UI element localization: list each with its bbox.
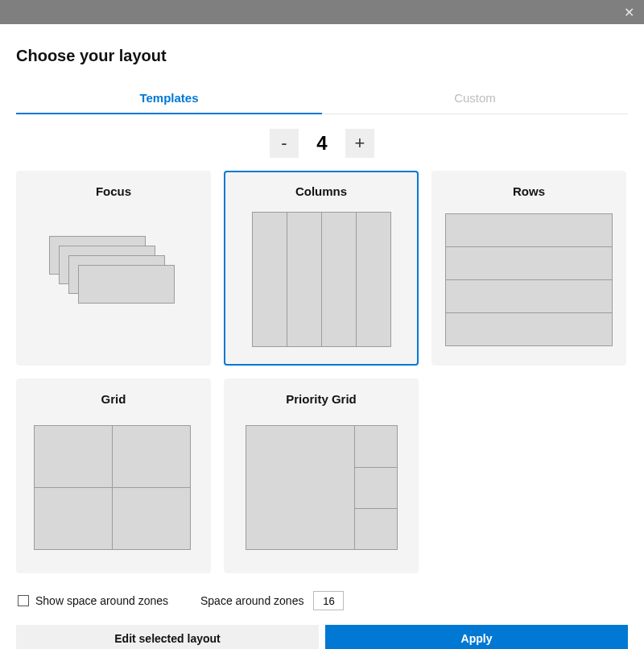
zone-count-value: 4: [310, 132, 334, 155]
row-cell-icon: [445, 213, 613, 247]
priority-side-cell-icon: [354, 508, 398, 550]
columns-preview: [225, 211, 417, 364]
templates-grid: Focus Columns: [16, 171, 628, 573]
column-cell-icon: [356, 212, 391, 347]
priority-side-cell-icon: [354, 425, 398, 468]
zone-count-stepper: - 4 +: [16, 129, 628, 158]
titlebar: ✕: [0, 0, 644, 24]
column-cell-icon: [252, 212, 287, 347]
template-grid[interactable]: Grid: [16, 378, 211, 573]
template-label: Priority Grid: [286, 392, 357, 406]
apply-button[interactable]: Apply: [325, 625, 628, 649]
grid-cell-icon: [34, 487, 113, 550]
template-label: Columns: [295, 184, 347, 198]
tab-custom[interactable]: Custom: [322, 85, 628, 114]
template-label: Focus: [96, 184, 131, 198]
action-row: Edit selected layout Apply: [16, 625, 628, 649]
template-label: Grid: [101, 392, 126, 406]
show-space-checkbox-wrap[interactable]: Show space around zones: [18, 594, 168, 607]
template-focus[interactable]: Focus: [16, 171, 211, 366]
row-cell-icon: [445, 246, 613, 280]
options-row: Show space around zones Space around zon…: [16, 591, 628, 610]
priority-main-cell-icon: [246, 425, 355, 550]
template-priority-grid[interactable]: Priority Grid: [224, 378, 419, 573]
checkbox-icon[interactable]: [18, 595, 29, 606]
row-cell-icon: [445, 312, 613, 346]
template-columns[interactable]: Columns: [224, 171, 419, 366]
grid-cell-icon: [112, 487, 191, 550]
grid-preview: [17, 419, 210, 573]
page-title: Choose your layout: [16, 47, 628, 65]
space-value-input[interactable]: 16: [313, 591, 344, 610]
row-cell-icon: [445, 279, 613, 313]
grid-cell-icon: [34, 425, 113, 488]
priority-side-cell-icon: [354, 467, 398, 509]
increment-button[interactable]: +: [345, 129, 374, 158]
focus-card-icon: [78, 265, 175, 304]
dialog-content: Choose your layout Templates Custom - 4 …: [0, 24, 644, 649]
space-label: Space around zones: [200, 594, 303, 607]
show-space-label: Show space around zones: [35, 594, 168, 607]
space-around-field: Space around zones 16: [200, 591, 344, 610]
rows-preview: [432, 211, 625, 365]
column-cell-icon: [321, 212, 357, 347]
edit-layout-button[interactable]: Edit selected layout: [16, 625, 319, 649]
column-cell-icon: [287, 212, 322, 347]
focus-preview: [17, 211, 210, 365]
template-rows[interactable]: Rows: [431, 171, 626, 366]
tab-templates[interactable]: Templates: [16, 85, 322, 114]
priority-grid-preview: [225, 419, 418, 573]
tab-bar: Templates Custom: [16, 85, 628, 114]
close-icon[interactable]: ✕: [624, 5, 634, 20]
grid-cell-icon: [112, 425, 191, 488]
decrement-button[interactable]: -: [270, 129, 299, 158]
template-label: Rows: [513, 184, 545, 198]
